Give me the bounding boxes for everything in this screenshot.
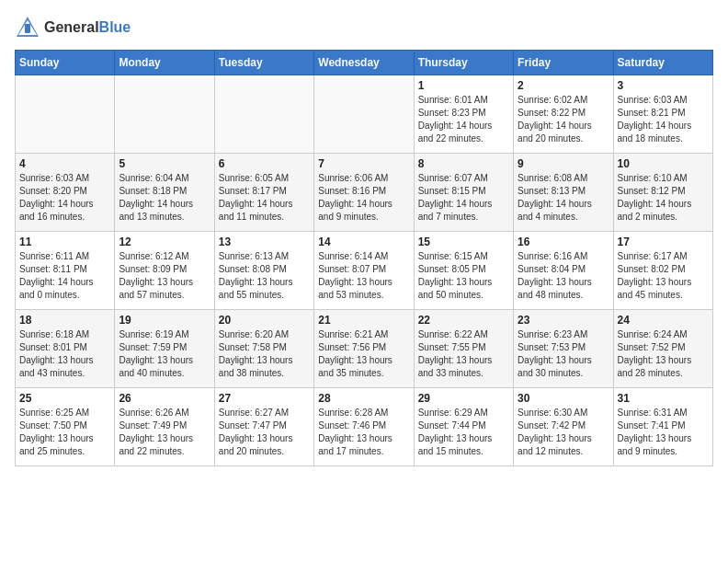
week-row-3: 11Sunrise: 6:11 AM Sunset: 8:11 PM Dayli… <box>16 232 713 310</box>
weekday-header-wednesday: Wednesday <box>314 51 414 75</box>
day-number: 30 <box>518 392 609 405</box>
page-header: GeneralBlue <box>15 15 713 40</box>
calendar-cell: 3Sunrise: 6:03 AM Sunset: 8:21 PM Daylig… <box>613 75 712 154</box>
day-number: 22 <box>418 314 509 327</box>
day-number: 29 <box>418 392 509 405</box>
calendar-cell: 22Sunrise: 6:22 AM Sunset: 7:55 PM Dayli… <box>414 310 513 388</box>
day-number: 28 <box>318 392 409 405</box>
calendar-cell: 12Sunrise: 6:12 AM Sunset: 8:09 PM Dayli… <box>115 232 214 310</box>
calendar-cell: 14Sunrise: 6:14 AM Sunset: 8:07 PM Dayli… <box>314 232 414 310</box>
calendar-cell: 2Sunrise: 6:02 AM Sunset: 8:22 PM Daylig… <box>514 75 613 154</box>
calendar-cell: 17Sunrise: 6:17 AM Sunset: 8:02 PM Dayli… <box>613 232 712 310</box>
calendar-cell: 6Sunrise: 6:05 AM Sunset: 8:17 PM Daylig… <box>214 154 313 232</box>
day-info: Sunrise: 6:24 AM Sunset: 7:52 PM Dayligh… <box>618 328 709 380</box>
svg-rect-3 <box>25 24 30 33</box>
calendar-cell: 9Sunrise: 6:08 AM Sunset: 8:13 PM Daylig… <box>514 154 613 232</box>
calendar-cell: 30Sunrise: 6:30 AM Sunset: 7:42 PM Dayli… <box>514 388 613 466</box>
day-info: Sunrise: 6:21 AM Sunset: 7:56 PM Dayligh… <box>318 328 409 380</box>
calendar-cell: 16Sunrise: 6:16 AM Sunset: 8:04 PM Dayli… <box>514 232 613 310</box>
calendar-cell: 4Sunrise: 6:03 AM Sunset: 8:20 PM Daylig… <box>16 154 115 232</box>
calendar-cell: 1Sunrise: 6:01 AM Sunset: 8:23 PM Daylig… <box>414 75 513 154</box>
calendar-cell: 13Sunrise: 6:13 AM Sunset: 8:08 PM Dayli… <box>214 232 313 310</box>
calendar-cell: 26Sunrise: 6:26 AM Sunset: 7:49 PM Dayli… <box>115 388 214 466</box>
day-info: Sunrise: 6:26 AM Sunset: 7:49 PM Dayligh… <box>119 407 210 458</box>
day-number: 10 <box>618 157 709 170</box>
day-info: Sunrise: 6:12 AM Sunset: 8:09 PM Dayligh… <box>119 250 210 302</box>
day-info: Sunrise: 6:20 AM Sunset: 7:58 PM Dayligh… <box>219 328 310 380</box>
weekday-header-saturday: Saturday <box>613 51 712 75</box>
weekday-header-friday: Friday <box>514 51 613 75</box>
day-info: Sunrise: 6:15 AM Sunset: 8:05 PM Dayligh… <box>418 250 509 302</box>
day-number: 8 <box>418 157 509 170</box>
day-number: 12 <box>119 236 210 248</box>
day-info: Sunrise: 6:06 AM Sunset: 8:16 PM Dayligh… <box>318 172 409 224</box>
day-info: Sunrise: 6:05 AM Sunset: 8:17 PM Dayligh… <box>219 172 310 224</box>
day-number: 5 <box>119 157 210 170</box>
day-number: 16 <box>518 236 609 248</box>
day-info: Sunrise: 6:04 AM Sunset: 8:18 PM Dayligh… <box>119 172 210 224</box>
weekday-header-tuesday: Tuesday <box>214 51 313 75</box>
calendar-cell: 21Sunrise: 6:21 AM Sunset: 7:56 PM Dayli… <box>314 310 414 388</box>
calendar-cell: 31Sunrise: 6:31 AM Sunset: 7:41 PM Dayli… <box>613 388 712 466</box>
day-info: Sunrise: 6:07 AM Sunset: 8:15 PM Dayligh… <box>418 172 509 224</box>
day-number: 21 <box>318 314 409 327</box>
day-number: 19 <box>119 314 210 327</box>
calendar-cell <box>16 75 115 154</box>
day-number: 20 <box>219 314 310 327</box>
logo-icon <box>15 15 40 40</box>
day-info: Sunrise: 6:10 AM Sunset: 8:12 PM Dayligh… <box>618 172 709 224</box>
day-info: Sunrise: 6:29 AM Sunset: 7:44 PM Dayligh… <box>418 407 509 458</box>
calendar-cell: 11Sunrise: 6:11 AM Sunset: 8:11 PM Dayli… <box>16 232 115 310</box>
calendar-cell: 24Sunrise: 6:24 AM Sunset: 7:52 PM Dayli… <box>613 310 712 388</box>
calendar-cell <box>214 75 313 154</box>
calendar-cell: 27Sunrise: 6:27 AM Sunset: 7:47 PM Dayli… <box>214 388 313 466</box>
day-info: Sunrise: 6:31 AM Sunset: 7:41 PM Dayligh… <box>618 407 709 458</box>
day-info: Sunrise: 6:19 AM Sunset: 7:59 PM Dayligh… <box>119 328 210 380</box>
day-number: 9 <box>518 157 609 170</box>
day-info: Sunrise: 6:27 AM Sunset: 7:47 PM Dayligh… <box>219 407 310 458</box>
day-info: Sunrise: 6:23 AM Sunset: 7:53 PM Dayligh… <box>518 328 609 380</box>
logo: GeneralBlue <box>15 15 131 40</box>
day-number: 6 <box>219 157 310 170</box>
calendar-table: SundayMondayTuesdayWednesdayThursdayFrid… <box>15 50 713 466</box>
calendar-cell: 25Sunrise: 6:25 AM Sunset: 7:50 PM Dayli… <box>16 388 115 466</box>
calendar-cell: 10Sunrise: 6:10 AM Sunset: 8:12 PM Dayli… <box>613 154 712 232</box>
day-info: Sunrise: 6:02 AM Sunset: 8:22 PM Dayligh… <box>518 94 609 145</box>
calendar-cell: 23Sunrise: 6:23 AM Sunset: 7:53 PM Dayli… <box>514 310 613 388</box>
calendar-cell: 5Sunrise: 6:04 AM Sunset: 8:18 PM Daylig… <box>115 154 214 232</box>
day-number: 27 <box>219 392 310 405</box>
week-row-5: 25Sunrise: 6:25 AM Sunset: 7:50 PM Dayli… <box>16 388 713 466</box>
day-info: Sunrise: 6:30 AM Sunset: 7:42 PM Dayligh… <box>518 407 609 458</box>
day-number: 26 <box>119 392 210 405</box>
week-row-2: 4Sunrise: 6:03 AM Sunset: 8:20 PM Daylig… <box>16 154 713 232</box>
weekday-header-monday: Monday <box>115 51 214 75</box>
weekday-header-row: SundayMondayTuesdayWednesdayThursdayFrid… <box>16 51 713 75</box>
day-info: Sunrise: 6:25 AM Sunset: 7:50 PM Dayligh… <box>19 407 110 458</box>
day-info: Sunrise: 6:08 AM Sunset: 8:13 PM Dayligh… <box>518 172 609 224</box>
day-info: Sunrise: 6:03 AM Sunset: 8:21 PM Dayligh… <box>618 94 709 145</box>
day-number: 2 <box>518 79 609 92</box>
calendar-cell <box>314 75 414 154</box>
calendar-cell: 15Sunrise: 6:15 AM Sunset: 8:05 PM Dayli… <box>414 232 513 310</box>
day-number: 24 <box>618 314 709 327</box>
calendar-cell: 28Sunrise: 6:28 AM Sunset: 7:46 PM Dayli… <box>314 388 414 466</box>
day-info: Sunrise: 6:17 AM Sunset: 8:02 PM Dayligh… <box>618 250 709 302</box>
weekday-header-sunday: Sunday <box>16 51 115 75</box>
day-info: Sunrise: 6:28 AM Sunset: 7:46 PM Dayligh… <box>318 407 409 458</box>
day-number: 3 <box>618 79 709 92</box>
week-row-1: 1Sunrise: 6:01 AM Sunset: 8:23 PM Daylig… <box>16 75 713 154</box>
day-info: Sunrise: 6:22 AM Sunset: 7:55 PM Dayligh… <box>418 328 509 380</box>
day-number: 18 <box>19 314 110 327</box>
weekday-header-thursday: Thursday <box>414 51 513 75</box>
day-info: Sunrise: 6:11 AM Sunset: 8:11 PM Dayligh… <box>19 250 110 302</box>
day-info: Sunrise: 6:03 AM Sunset: 8:20 PM Dayligh… <box>19 172 110 224</box>
day-number: 23 <box>518 314 609 327</box>
calendar-cell <box>115 75 214 154</box>
day-info: Sunrise: 6:16 AM Sunset: 8:04 PM Dayligh… <box>518 250 609 302</box>
day-number: 15 <box>418 236 509 248</box>
day-number: 1 <box>418 79 509 92</box>
day-number: 14 <box>318 236 409 248</box>
day-number: 11 <box>19 236 110 248</box>
calendar-cell: 20Sunrise: 6:20 AM Sunset: 7:58 PM Dayli… <box>214 310 313 388</box>
day-info: Sunrise: 6:01 AM Sunset: 8:23 PM Dayligh… <box>418 94 509 145</box>
